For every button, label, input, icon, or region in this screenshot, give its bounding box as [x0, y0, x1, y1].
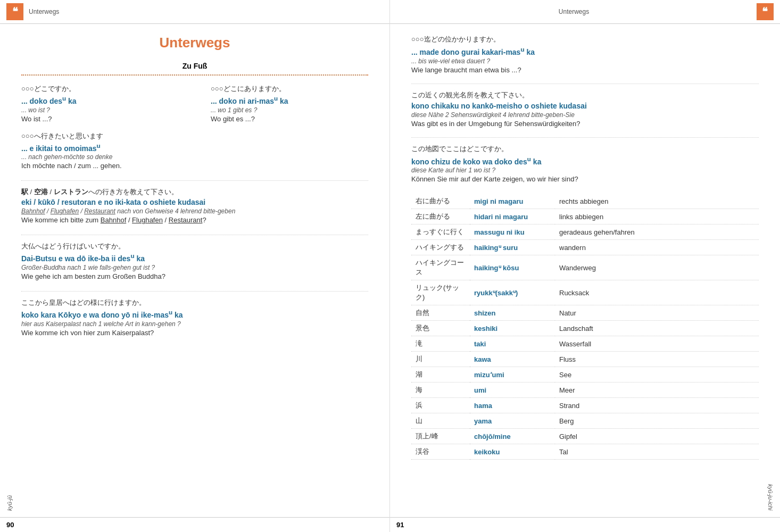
vocab-japanese: 自然 [411, 305, 470, 321]
sub-section-title: Zu Fuß [21, 62, 368, 70]
vocab-romaji: haikingᵘ suru [470, 240, 555, 255]
left-header-title: Unterwegs [29, 8, 59, 15]
left-header: ❝ Unterwegs [0, 0, 389, 24]
vocab-german: links abbiegen [555, 209, 759, 225]
vocab-japanese: 右に曲がる [411, 194, 470, 209]
vocab-german: See [555, 367, 759, 383]
romaji-text-2: ... doko ni ari-masu ka [211, 95, 368, 105]
vocab-german: Gipfel [555, 429, 759, 444]
japanese-chizu: この地図でここはどこですか。 [411, 144, 759, 154]
page-number-left: 90 [6, 521, 14, 529]
german-kokyo: Wie komme ich von hier zum Kaiserpalast? [21, 329, 368, 337]
vocab-romaji: haikingᵘ kōsu [470, 255, 555, 280]
vocab-romaji: ryukkᵘ(sakkᵘ) [470, 280, 555, 305]
vocab-german: Landschaft [555, 321, 759, 336]
vocab-german: Strand [555, 398, 759, 413]
vocab-japanese: 頂上/峰 [411, 429, 470, 444]
vocab-row: 滝 taki Wasserfall [411, 336, 759, 352]
vocab-german: Wasserfall [555, 336, 759, 352]
vocab-row: 景色 keshiki Landschaft [411, 321, 759, 336]
right-header: Unterwegs ❝ [390, 0, 780, 24]
vocab-japanese: 海 [411, 383, 470, 398]
vocab-german: Wanderweg [555, 255, 759, 280]
vocab-japanese: 川 [411, 352, 470, 367]
vocab-row: 自然 shizen Natur [411, 305, 759, 321]
quote-icon-right: ❝ [757, 3, 774, 20]
vocab-german: Berg [555, 413, 759, 429]
italic-made: ... bis wie-viel etwa dauert ? [411, 57, 759, 65]
two-col-entry: ○○○どこですか。 ... doko desu ka ... wo ist ? … [21, 84, 368, 123]
vocab-japanese: 景色 [411, 321, 470, 336]
romaji-kokyo: koko kara Kōkyo e wa dono yō ni ike-masu… [21, 309, 368, 319]
vocab-japanese: まっすぐに行く [411, 225, 470, 240]
italic-gloss: ... wo ist ? [21, 106, 179, 114]
vocab-romaji: mizuʼumi [470, 367, 555, 383]
vocab-row: 山 yama Berg [411, 413, 759, 429]
vocab-japanese: 滝 [411, 336, 470, 352]
right-header-title: Unterwegs [559, 8, 589, 15]
vocab-romaji: yama [470, 413, 555, 429]
vocab-japanese: 湖 [411, 367, 470, 383]
vocab-row: ハイキングする haikingᵘ suru wandern [411, 240, 759, 255]
entry-col-right: ○○○どこにありますか。 ... doko ni ari-masu ka ...… [211, 84, 368, 123]
vocab-japanese: リュック(サック) [411, 280, 470, 305]
japanese-text: ○○○どこですか。 [21, 84, 179, 94]
vocab-romaji: massugu ni iku [470, 225, 555, 240]
romaji-made: ... made dono gurai kakari-masu ka [411, 46, 759, 56]
vocab-row: ハイキングコース haikingᵘ kōsu Wanderweg [411, 255, 759, 280]
entry-eki: 駅 / 空港 / レストランへの行き方を教えて下さい。 eki / kūkō /… [21, 180, 368, 224]
romaji-chizu: kono chizu de koko wa doko desu ka [411, 155, 759, 166]
vocab-row: 頂上/峰 chōjō/mine Gipfel [411, 429, 759, 444]
japanese-ikitai: ○○○へ行きたいと思います [21, 131, 368, 141]
romaji-kanko: kono chikaku no kankō-meisho o oshiete k… [411, 102, 759, 110]
italic-chizu: diese Karte auf hier 1 wo ist ? [411, 167, 759, 174]
italic-kokyo: hier aus Kaiserpalast nach 1 welche Art … [21, 320, 368, 328]
side-label-right: kyū-ju-ichi [767, 484, 774, 511]
romaji-daibutsu: Dai-Butsu e wa dō ike-ba ii desu ka [21, 252, 368, 263]
vocab-german: Tal [555, 444, 759, 460]
vocab-japanese: 浜 [411, 398, 470, 413]
side-label-left: kyū-jū [6, 495, 13, 511]
japanese-eki: 駅 / 空港 / レストランへの行き方を教えて下さい。 [21, 187, 368, 197]
german-eki: Wie komme ich bitte zum Bahnhof / Flugha… [21, 216, 368, 224]
left-footer: 90 [0, 517, 389, 532]
romaji-text: ... doko desu ka [21, 95, 179, 105]
german-chizu: Können Sie mir auf der Karte zeigen, wo … [411, 175, 759, 183]
vocab-row: 右に曲がる migi ni magaru rechts abbiegen [411, 194, 759, 209]
section-title: Unterwegs [21, 35, 368, 51]
vocab-romaji: shizen [470, 305, 555, 321]
vocab-japanese: ハイキングする [411, 240, 470, 255]
entry-daibutsu: 大仏へはどう行けばいいですか。 Dai-Butsu e wa dō ike-ba… [21, 235, 368, 280]
right-footer: 91 [390, 517, 780, 532]
german-text-2: Wo gibt es ...? [211, 115, 368, 123]
german-kanko: Was gibt es in der Umgebung für Sehenswü… [411, 120, 759, 128]
italic-daibutsu: Großer-Buddha nach 1 wie falls-gehen gut… [21, 264, 368, 271]
left-page: ❝ Unterwegs Unterwegs Zu Fuß ○○○どこですか。 .… [0, 0, 390, 532]
vocab-romaji: hama [470, 398, 555, 413]
right-entry-chizu: この地図でここはどこですか。 kono chizu de koko wa dok… [411, 137, 759, 184]
vocab-romaji: keikoku [470, 444, 555, 460]
vocab-row: 川 kawa Fluss [411, 352, 759, 367]
quote-icon-left: ❝ [6, 3, 23, 20]
page-number-right: 91 [396, 521, 404, 529]
japanese-made: ○○○迄どの位かかりますか。 [411, 35, 759, 44]
vocab-german: wandern [555, 240, 759, 255]
japanese-kokyo: ここから皇居へはどの様に行けますか。 [21, 298, 368, 307]
romaji-ikitai: ... e ikitai to omoimasu [21, 142, 368, 153]
vocab-romaji: taki [470, 336, 555, 352]
vocab-german: Meer [555, 383, 759, 398]
vocab-romaji: migi ni magaru [470, 194, 555, 209]
vocab-japanese: 左に曲がる [411, 209, 470, 225]
right-entry-made: ○○○迄どの位かかりますか。 ... made dono gurai kakar… [411, 35, 759, 74]
vocab-german: Fluss [555, 352, 759, 367]
vocab-german: rechts abbiegen [555, 194, 759, 209]
vocab-romaji: umi [470, 383, 555, 398]
vocab-romaji: kawa [470, 352, 555, 367]
vocab-romaji: keshiki [470, 321, 555, 336]
dotted-separator [21, 74, 368, 76]
vocab-table: 右に曲がる migi ni magaru rechts abbiegen 左に曲… [411, 194, 759, 460]
right-entry-kanko: この近くの観光名所を教えて下さい。 kono chikaku no kankō-… [411, 84, 759, 128]
vocab-row: リュック(サック) ryukkᵘ(sakkᵘ) Rucksack [411, 280, 759, 305]
vocab-romaji: chōjō/mine [470, 429, 555, 444]
entry-col-left: ○○○どこですか。 ... doko desu ka ... wo ist ? … [21, 84, 179, 123]
